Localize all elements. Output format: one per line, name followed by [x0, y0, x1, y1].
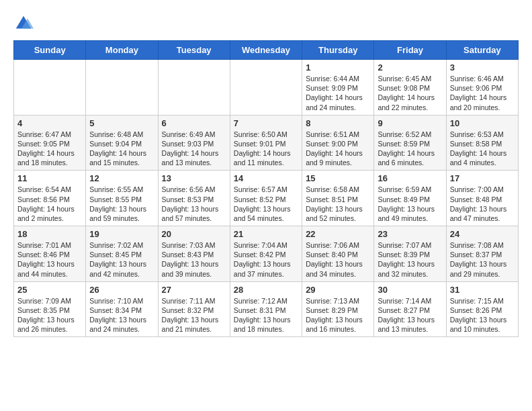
cell-w3-d4: 14Sunrise: 6:57 AM Sunset: 8:52 PM Dayli…	[230, 171, 302, 226]
header	[13, 13, 519, 34]
day-number: 25	[17, 285, 82, 295]
cell-w3-d1: 11Sunrise: 6:54 AM Sunset: 8:56 PM Dayli…	[14, 171, 86, 226]
week-row-3: 11Sunrise: 6:54 AM Sunset: 8:56 PM Dayli…	[14, 171, 519, 226]
header-saturday: Saturday	[446, 41, 518, 60]
cell-w5-d1: 25Sunrise: 7:09 AM Sunset: 8:35 PM Dayli…	[14, 281, 86, 337]
day-number: 21	[234, 229, 298, 239]
day-number: 30	[378, 285, 442, 295]
day-info: Sunrise: 6:50 AM Sunset: 9:01 PM Dayligh…	[234, 130, 298, 168]
cell-w3-d5: 15Sunrise: 6:58 AM Sunset: 8:51 PM Dayli…	[302, 171, 374, 226]
day-number: 3	[450, 62, 515, 73]
day-number: 14	[234, 173, 298, 183]
cell-w1-d2	[86, 60, 158, 116]
day-info: Sunrise: 7:14 AM Sunset: 8:27 PM Dayligh…	[378, 296, 442, 334]
cell-w5-d4: 28Sunrise: 7:12 AM Sunset: 8:31 PM Dayli…	[230, 281, 302, 337]
logo-icon	[13, 13, 34, 34]
day-number: 26	[89, 285, 154, 295]
day-info: Sunrise: 7:04 AM Sunset: 8:42 PM Dayligh…	[234, 240, 298, 279]
day-number: 16	[378, 173, 442, 183]
day-number: 11	[17, 173, 82, 183]
cell-w5-d7: 31Sunrise: 7:15 AM Sunset: 8:26 PM Dayli…	[446, 281, 518, 337]
day-number: 13	[162, 173, 226, 183]
day-info: Sunrise: 6:45 AM Sunset: 9:08 PM Dayligh…	[378, 74, 442, 112]
cell-w4-d6: 23Sunrise: 7:07 AM Sunset: 8:39 PM Dayli…	[374, 226, 446, 282]
day-number: 23	[378, 229, 442, 239]
day-number: 28	[234, 285, 298, 295]
calendar-table: SundayMondayTuesdayWednesdayThursdayFrid…	[13, 40, 519, 337]
cell-w2-d6: 9Sunrise: 6:52 AM Sunset: 8:59 PM Daylig…	[374, 115, 446, 171]
day-info: Sunrise: 7:10 AM Sunset: 8:34 PM Dayligh…	[89, 296, 154, 334]
day-info: Sunrise: 6:54 AM Sunset: 8:56 PM Dayligh…	[17, 185, 82, 223]
cell-w2-d2: 5Sunrise: 6:48 AM Sunset: 9:04 PM Daylig…	[86, 115, 158, 171]
day-number: 17	[450, 173, 515, 183]
day-info: Sunrise: 6:48 AM Sunset: 9:04 PM Dayligh…	[89, 130, 154, 168]
cell-w2-d3: 6Sunrise: 6:49 AM Sunset: 9:03 PM Daylig…	[158, 115, 230, 171]
cell-w4-d4: 21Sunrise: 7:04 AM Sunset: 8:42 PM Dayli…	[230, 226, 302, 282]
cell-w1-d1	[14, 60, 86, 116]
cell-w4-d1: 18Sunrise: 7:01 AM Sunset: 8:46 PM Dayli…	[14, 226, 86, 282]
cell-w1-d6: 2Sunrise: 6:45 AM Sunset: 9:08 PM Daylig…	[374, 60, 446, 116]
day-number: 4	[17, 118, 82, 128]
day-info: Sunrise: 6:49 AM Sunset: 9:03 PM Dayligh…	[162, 130, 226, 168]
day-number: 10	[450, 118, 515, 128]
header-sunday: Sunday	[14, 41, 86, 60]
day-info: Sunrise: 6:53 AM Sunset: 8:58 PM Dayligh…	[450, 130, 515, 168]
day-info: Sunrise: 7:01 AM Sunset: 8:46 PM Dayligh…	[17, 240, 82, 279]
day-number: 6	[162, 118, 226, 128]
header-tuesday: Tuesday	[158, 41, 230, 60]
logo	[13, 13, 36, 34]
day-number: 24	[450, 229, 515, 239]
cell-w2-d7: 10Sunrise: 6:53 AM Sunset: 8:58 PM Dayli…	[446, 115, 518, 171]
week-row-5: 25Sunrise: 7:09 AM Sunset: 8:35 PM Dayli…	[14, 281, 519, 337]
cell-w4-d3: 20Sunrise: 7:03 AM Sunset: 8:43 PM Dayli…	[158, 226, 230, 282]
day-number: 27	[162, 285, 226, 295]
day-info: Sunrise: 7:11 AM Sunset: 8:32 PM Dayligh…	[162, 296, 226, 334]
header-row: SundayMondayTuesdayWednesdayThursdayFrid…	[14, 41, 519, 60]
cell-w1-d4	[230, 60, 302, 116]
day-number: 31	[450, 285, 515, 295]
cell-w3-d3: 13Sunrise: 6:56 AM Sunset: 8:53 PM Dayli…	[158, 171, 230, 226]
cell-w3-d7: 17Sunrise: 7:00 AM Sunset: 8:48 PM Dayli…	[446, 171, 518, 226]
day-info: Sunrise: 6:47 AM Sunset: 9:05 PM Dayligh…	[17, 130, 82, 168]
day-info: Sunrise: 7:09 AM Sunset: 8:35 PM Dayligh…	[17, 296, 82, 334]
week-row-2: 4Sunrise: 6:47 AM Sunset: 9:05 PM Daylig…	[14, 115, 519, 171]
cell-w5-d3: 27Sunrise: 7:11 AM Sunset: 8:32 PM Dayli…	[158, 281, 230, 337]
day-info: Sunrise: 7:03 AM Sunset: 8:43 PM Dayligh…	[162, 240, 226, 279]
day-info: Sunrise: 6:55 AM Sunset: 8:55 PM Dayligh…	[89, 185, 154, 223]
day-info: Sunrise: 6:56 AM Sunset: 8:53 PM Dayligh…	[162, 185, 226, 223]
header-friday: Friday	[374, 41, 446, 60]
cell-w1-d3	[158, 60, 230, 116]
day-number: 2	[378, 62, 442, 73]
day-info: Sunrise: 7:13 AM Sunset: 8:29 PM Dayligh…	[306, 296, 370, 334]
cell-w5-d6: 30Sunrise: 7:14 AM Sunset: 8:27 PM Dayli…	[374, 281, 446, 337]
cell-w5-d2: 26Sunrise: 7:10 AM Sunset: 8:34 PM Dayli…	[86, 281, 158, 337]
header-wednesday: Wednesday	[230, 41, 302, 60]
calendar-header: SundayMondayTuesdayWednesdayThursdayFrid…	[14, 41, 519, 60]
day-info: Sunrise: 6:58 AM Sunset: 8:51 PM Dayligh…	[306, 185, 370, 223]
day-number: 19	[89, 229, 154, 239]
day-number: 1	[306, 62, 370, 73]
cell-w2-d4: 7Sunrise: 6:50 AM Sunset: 9:01 PM Daylig…	[230, 115, 302, 171]
day-info: Sunrise: 6:52 AM Sunset: 8:59 PM Dayligh…	[378, 130, 442, 168]
calendar-body: 1Sunrise: 6:44 AM Sunset: 9:09 PM Daylig…	[14, 60, 519, 337]
day-number: 12	[89, 173, 154, 183]
day-info: Sunrise: 6:59 AM Sunset: 8:49 PM Dayligh…	[378, 185, 442, 223]
cell-w4-d7: 24Sunrise: 7:08 AM Sunset: 8:37 PM Dayli…	[446, 226, 518, 282]
week-row-1: 1Sunrise: 6:44 AM Sunset: 9:09 PM Daylig…	[14, 60, 519, 116]
day-info: Sunrise: 7:12 AM Sunset: 8:31 PM Dayligh…	[234, 296, 298, 334]
cell-w3-d6: 16Sunrise: 6:59 AM Sunset: 8:49 PM Dayli…	[374, 171, 446, 226]
cell-w3-d2: 12Sunrise: 6:55 AM Sunset: 8:55 PM Dayli…	[86, 171, 158, 226]
cell-w4-d5: 22Sunrise: 7:06 AM Sunset: 8:40 PM Dayli…	[302, 226, 374, 282]
day-number: 29	[306, 285, 370, 295]
header-thursday: Thursday	[302, 41, 374, 60]
day-info: Sunrise: 6:46 AM Sunset: 9:06 PM Dayligh…	[450, 74, 515, 112]
day-info: Sunrise: 6:51 AM Sunset: 9:00 PM Dayligh…	[306, 130, 370, 168]
day-number: 18	[17, 229, 82, 239]
day-info: Sunrise: 7:02 AM Sunset: 8:45 PM Dayligh…	[89, 240, 154, 279]
cell-w1-d5: 1Sunrise: 6:44 AM Sunset: 9:09 PM Daylig…	[302, 60, 374, 116]
day-info: Sunrise: 7:15 AM Sunset: 8:26 PM Dayligh…	[450, 296, 515, 334]
day-number: 9	[378, 118, 442, 128]
day-info: Sunrise: 7:07 AM Sunset: 8:39 PM Dayligh…	[378, 240, 442, 279]
day-info: Sunrise: 6:57 AM Sunset: 8:52 PM Dayligh…	[234, 185, 298, 223]
day-info: Sunrise: 7:08 AM Sunset: 8:37 PM Dayligh…	[450, 240, 515, 279]
